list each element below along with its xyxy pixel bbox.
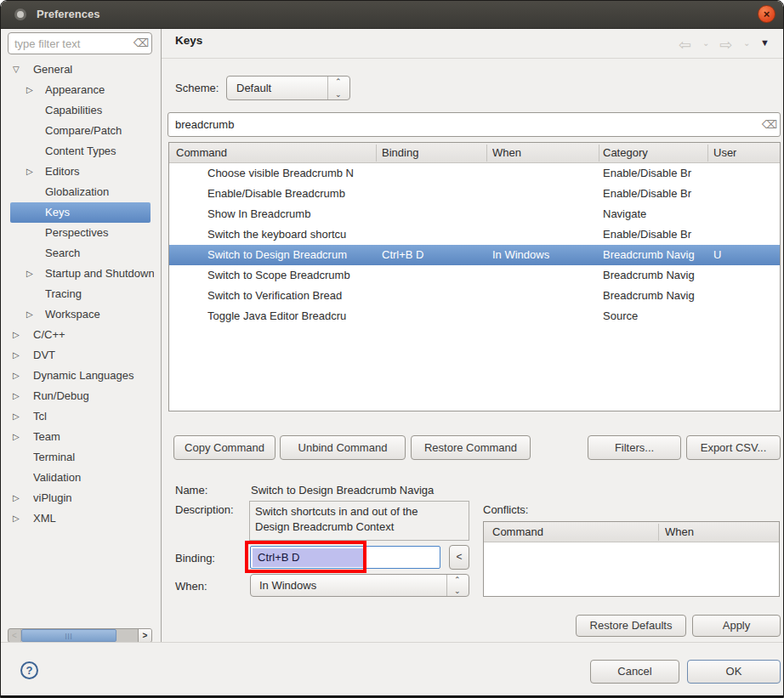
keybindings-table[interactable]: CommandBindingWhenCategoryUser Choose vi… [168,142,781,411]
tree-collapsed-icon[interactable]: ▷ [13,345,20,366]
scroll-left-icon[interactable]: < [9,629,21,642]
sidebar-item-editors[interactable]: ▷Editors [8,162,154,182]
tree-collapsed-icon[interactable]: ▷ [26,264,33,284]
filters-button[interactable]: Filters... [588,435,681,460]
restore-command-button[interactable]: Restore Command [411,435,531,460]
conflicts-label: Conflicts: [483,503,528,516]
table-column-when[interactable]: When [492,143,521,163]
unbind-command-button[interactable]: Unbind Command [280,435,406,460]
tree-collapsed-icon[interactable]: ▷ [13,386,20,406]
cell-command: Choose visible Breadcrumb N [207,163,376,184]
cell-user [713,265,780,286]
cell-binding: Ctrl+B D [382,245,486,265]
cell-command: Show In Breadcrumb [207,204,376,224]
tree-collapsed-icon[interactable]: ▷ [13,366,20,386]
titlebar[interactable]: Preferences × [1,1,783,29]
sidebar-item-general[interactable]: ▽General [8,60,154,80]
sidebar-item-capabilities[interactable]: Capabilities [8,100,154,121]
tree-collapsed-icon[interactable]: ▷ [26,80,33,100]
tree-collapsed-icon[interactable]: ▷ [13,406,20,427]
sidebar-item-team[interactable]: ▷Team [8,427,154,447]
sidebar-item-validation[interactable]: Validation [8,468,154,488]
cell-command: Switch to Verification Bread [207,286,376,306]
table-column-user[interactable]: User [713,143,736,163]
column-separator[interactable] [486,145,487,162]
export-csv-button[interactable]: Export CSV... [686,435,781,460]
table-row[interactable]: Switch to Verification BreadBreadcrumb N… [169,286,780,306]
apply-button[interactable]: Apply [692,615,781,637]
tree-collapsed-icon[interactable]: ▷ [13,427,20,447]
close-icon[interactable]: × [758,5,775,23]
column-separator[interactable] [599,145,599,162]
back-icon[interactable]: ⇦ [679,36,691,54]
tree-expanded-icon[interactable]: ▽ [13,60,20,80]
sidebar-item-xml[interactable]: ▷XML [8,508,154,529]
restore-defaults-button[interactable]: Restore Defaults [576,615,686,637]
cell-when [492,286,599,306]
binding-capture-button[interactable]: < [449,545,469,570]
table-row[interactable]: Switch the keyboard shortcuEnable/Disabl… [169,224,780,245]
copy-command-button[interactable]: Copy Command [173,435,276,460]
sidebar-item-run-debug[interactable]: ▷Run/Debug [8,386,154,406]
sidebar-item-perspectives[interactable]: Perspectives [8,223,154,243]
cancel-button[interactable]: Cancel [590,660,679,684]
ok-button[interactable]: OK [687,660,781,684]
search-input[interactable] [168,112,781,137]
sidebar-item-startup-and-shutdown[interactable]: ▷Startup and Shutdown [8,264,154,284]
table-row[interactable]: Toggle Java Editor BreadcruSource [169,306,780,326]
tree-collapsed-icon[interactable]: ▷ [13,508,20,529]
cell-user [713,163,780,184]
sidebar-item-keys[interactable]: Keys [8,202,154,223]
cell-category: Source [603,306,707,326]
tree-collapsed-icon[interactable]: ▷ [26,304,33,325]
table-row[interactable]: Switch to Design BreadcrumCtrl+B DIn Win… [169,245,780,265]
sidebar-item-appearance[interactable]: ▷Appearance [8,80,154,100]
tree-collapsed-icon[interactable]: ▷ [13,488,20,508]
forward-icon[interactable]: ⇨ [719,36,732,54]
tree-collapsed-icon[interactable]: ▷ [13,325,20,345]
description-line2: Design Breadcrumb Context [255,519,463,535]
column-separator[interactable] [376,145,377,162]
tree-item-label: Validation [33,468,154,488]
tree-item-label: C/C++ [33,325,154,345]
table-row[interactable]: Choose visible Breadcrumb NEnable/Disabl… [169,163,780,184]
column-separator [658,524,659,541]
sidebar-item-globalization[interactable]: Globalization [8,182,154,202]
back-dropdown-icon[interactable]: ⌄ [702,38,709,48]
search-clear-icon[interactable]: ⌫ [762,118,777,131]
tree-collapsed-icon[interactable]: ▷ [26,162,33,182]
cell-binding [382,204,486,224]
sidebar-item-tracing[interactable]: Tracing [8,284,154,304]
scheme-select[interactable]: Default ⌃ ⌄ [226,76,350,100]
sidebar-item-terminal[interactable]: Terminal [8,447,154,468]
table-column-command[interactable]: Command [176,143,227,163]
filter-input[interactable] [8,32,152,54]
scheme-spinner: ⌃ ⌄ [327,77,349,99]
sidebar-item-c-c-[interactable]: ▷C/C++ [8,325,154,345]
filter-clear-icon[interactable]: ⌫ [134,37,149,49]
sidebar-hscrollbar[interactable]: < ||| > [8,628,152,643]
sidebar-item-dvt[interactable]: ▷DVT [8,345,154,366]
table-row[interactable]: Switch to Scope BreadcrumbBreadcrumb Nav… [169,265,780,286]
sidebar-item-content-types[interactable]: Content Types [8,141,154,162]
column-separator[interactable] [707,145,708,162]
table-row[interactable]: Enable/Disable BreadcrumbEnable/Disable … [169,184,780,204]
when-select[interactable]: In Windows ⌃ ⌄ [250,574,469,597]
sidebar-item-dynamic-languages[interactable]: ▷Dynamic Languages [8,366,154,386]
table-column-category[interactable]: Category [603,143,648,163]
cell-category: Enable/Disable Br [603,224,707,245]
help-icon[interactable]: ? [20,661,38,679]
scroll-thumb[interactable]: ||| [21,629,116,642]
scroll-right-icon[interactable]: > [138,629,151,642]
view-menu-icon[interactable]: ▼ [760,37,770,48]
table-row[interactable]: Show In BreadcrumbNavigate [169,204,780,224]
sidebar-item-viplugin[interactable]: ▷viPlugin [8,488,154,508]
sidebar-item-tcl[interactable]: ▷Tcl [8,406,154,427]
sidebar-item-search[interactable]: Search [8,243,154,264]
sidebar-item-workspace[interactable]: ▷Workspace [8,304,154,325]
tree-item-label: Run/Debug [33,386,154,406]
sidebar-item-compare-patch[interactable]: Compare/Patch [8,121,154,141]
forward-dropdown-icon[interactable]: ⌄ [743,38,750,48]
table-column-binding[interactable]: Binding [382,143,418,163]
header-separator [162,58,784,59]
